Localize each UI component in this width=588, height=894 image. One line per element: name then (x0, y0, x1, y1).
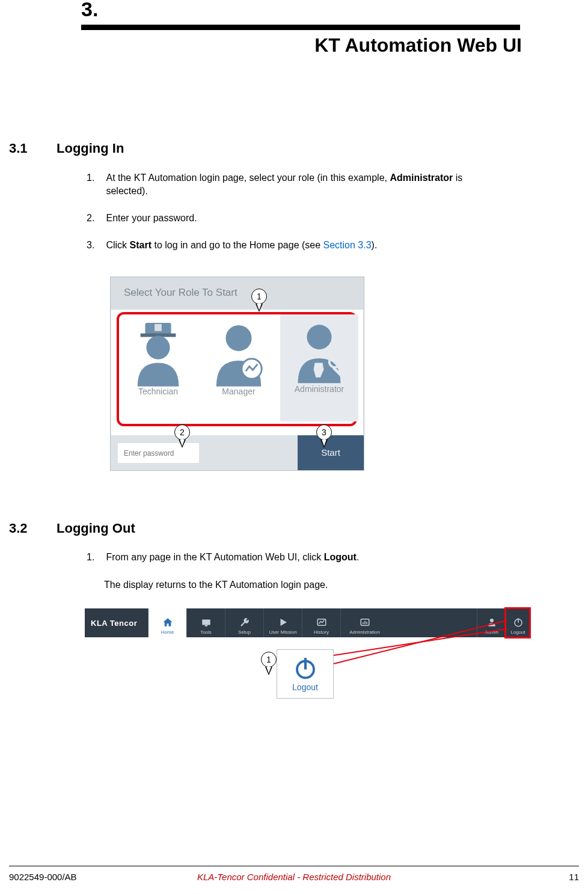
wrench-icon (239, 617, 250, 628)
footer-page-number: 11 (569, 872, 579, 882)
step-3-2-1: 1. From any page in the KT Automation We… (87, 551, 503, 564)
step-number: 1. (87, 171, 103, 185)
svg-point-7 (307, 325, 331, 349)
nav-label: Administration (349, 629, 380, 635)
bold-logout: Logout (324, 552, 357, 562)
nav-label: History (314, 629, 329, 635)
svg-rect-23 (304, 658, 306, 669)
chapter-title: KT Automation Web UI (314, 34, 522, 57)
nav-user-mission[interactable]: User Mission (263, 608, 302, 637)
start-button[interactable]: Start (298, 435, 364, 470)
svg-rect-11 (204, 625, 207, 626)
chapter-rule (81, 25, 520, 30)
step-text: . (357, 552, 359, 562)
password-input[interactable] (118, 443, 199, 463)
chapter-number: 3. (81, 0, 98, 21)
step-text: The display returns to the KT Automation… (104, 578, 501, 592)
nav-label: Home (161, 629, 174, 635)
nav-label: User Mission (269, 629, 296, 635)
nav-logo: KLA Tencor (85, 608, 148, 637)
step-text: From any page in the KT Automation Web U… (106, 552, 323, 562)
step-number: 1. (87, 551, 103, 564)
nav-label: Admin (485, 629, 498, 635)
role-label: Manager (200, 387, 278, 396)
svg-rect-10 (202, 620, 210, 625)
svg-rect-16 (366, 622, 367, 624)
svg-rect-15 (364, 621, 366, 624)
callout-1: 1 (251, 289, 267, 304)
step-3-2-after: The display returns to the KT Automation… (104, 578, 501, 592)
step-3-1-3: 3. Click Start to log in and go to the H… (87, 239, 503, 252)
svg-rect-14 (363, 622, 364, 624)
step-3-1-1: 1. At the KT Automation login page, sele… (87, 171, 503, 197)
nav-administration[interactable]: Administration (340, 608, 388, 637)
manager-icon (209, 316, 268, 387)
nav-logout[interactable]: Logout (506, 608, 530, 637)
svg-point-2 (146, 336, 170, 360)
nav-tools[interactable]: Tools (186, 608, 225, 637)
footer-rule (9, 866, 579, 866)
step-text: Click (106, 240, 129, 250)
link-section-3-3[interactable]: Section 3.3 (323, 240, 372, 250)
logout-label: Logout (292, 682, 318, 692)
user-icon (486, 617, 497, 628)
role-label: Administrator (280, 384, 358, 394)
role-manager[interactable]: Manager (200, 316, 278, 396)
bold-start: Start (130, 240, 152, 250)
svg-rect-3 (155, 324, 162, 331)
callout-2: 2 (174, 424, 190, 440)
footer-confidential: KLA-Tencor Confidential - Restricted Dis… (0, 872, 588, 882)
play-icon (278, 617, 289, 628)
home-icon (162, 617, 173, 628)
svg-point-4 (225, 325, 251, 351)
callout-logout-1: 1 (261, 652, 277, 667)
login-header: Select Your Role To Start (111, 277, 364, 310)
technician-icon (129, 316, 188, 387)
role-administrator[interactable]: Administrator (280, 314, 358, 421)
nav-admin-user[interactable]: Admin (477, 608, 506, 637)
nav-home[interactable]: Home (148, 608, 186, 637)
step-text: ). (372, 240, 378, 250)
step-number: 3. (87, 239, 103, 252)
step-number: 2. (87, 212, 103, 225)
step-text: Enter your password. (106, 212, 503, 225)
section-3-1-number: 3.1 (9, 141, 28, 156)
nav-history[interactable]: History (302, 608, 340, 637)
nav-label: Tools (200, 629, 212, 635)
callout-3: 3 (316, 424, 332, 440)
nav-label: Setup (238, 629, 251, 635)
step-text: to log in and go to the Home page (see (152, 240, 323, 250)
svg-rect-19 (518, 618, 519, 623)
step-3-1-2: 2. Enter your password. (87, 212, 503, 225)
tools-icon (201, 617, 212, 628)
role-technician[interactable]: Technician (119, 316, 197, 396)
navbar-screenshot: KLA Tencor Home Tools Setup User Mission… (85, 608, 530, 637)
nav-label: Logout (510, 629, 525, 635)
nav-setup[interactable]: Setup (225, 608, 263, 637)
power-icon (513, 617, 524, 628)
section-3-1-title: Logging In (57, 141, 124, 156)
step-text: At the KT Automation login page, select … (106, 173, 390, 183)
history-icon (316, 617, 327, 628)
svg-point-17 (490, 619, 494, 622)
power-icon (293, 655, 318, 680)
role-label: Technician (119, 387, 197, 396)
administrator-icon (290, 317, 349, 384)
section-3-2-number: 3.2 (9, 521, 28, 536)
section-3-2-title: Logging Out (57, 521, 135, 536)
admin-icon (360, 617, 370, 628)
bold-administrator: Administrator (390, 173, 453, 183)
logout-enlarged: Logout (277, 649, 334, 699)
